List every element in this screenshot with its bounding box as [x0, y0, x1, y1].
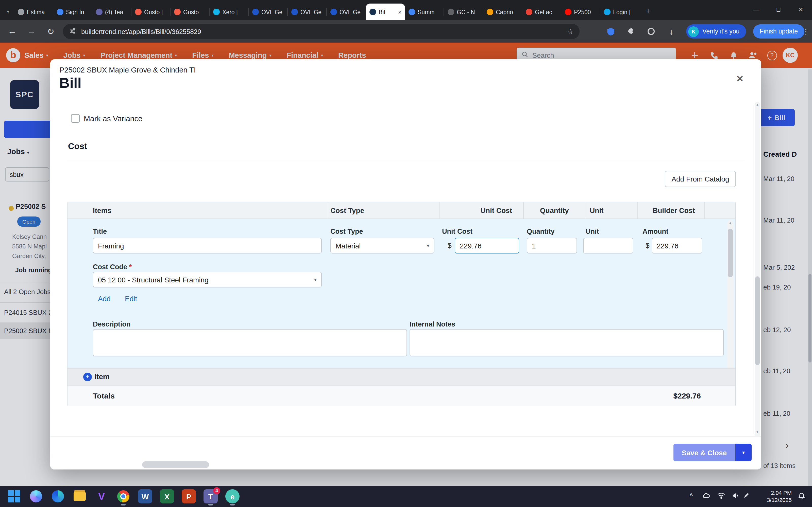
- browser-tab[interactable]: Get ac: [522, 4, 561, 20]
- verify-profile-button[interactable]: K Verify it's you: [686, 24, 746, 39]
- items-scrollbar-thumb[interactable]: [728, 229, 733, 277]
- browser-tab[interactable]: Estima: [14, 4, 53, 20]
- currency-symbol: $: [448, 241, 452, 249]
- add-cost-code-link[interactable]: Add: [98, 294, 111, 303]
- wifi-icon[interactable]: [716, 492, 727, 499]
- browser-tab[interactable]: OVI_Ge: [249, 4, 288, 20]
- browser-tab[interactable]: GC - N: [444, 4, 483, 20]
- browser-tab[interactable]: Gusto |: [132, 4, 170, 20]
- tab-favicon: [213, 9, 220, 15]
- screen: ▾ Estima Sign In (4) Tea Gusto | Gusto X…: [0, 0, 812, 507]
- window-close-button[interactable]: ×: [790, 0, 812, 19]
- start-button[interactable]: [7, 489, 21, 503]
- chrome-icon[interactable]: [116, 489, 131, 503]
- add-item-row[interactable]: + Item: [67, 368, 735, 385]
- edit-cost-code-link[interactable]: Edit: [125, 294, 137, 303]
- scroll-down-icon[interactable]: ▼: [755, 430, 760, 434]
- visual-studio-icon[interactable]: V: [94, 489, 109, 503]
- tab-close-icon[interactable]: ×: [398, 8, 401, 15]
- browser-tab-bar: ▾ Estima Sign In (4) Tea Gusto | Gusto X…: [0, 0, 812, 20]
- teams-icon[interactable]: T4: [204, 489, 218, 503]
- refresh-button[interactable]: ↻: [43, 20, 59, 43]
- tab-title: Summ: [418, 9, 441, 15]
- title-label: Title: [93, 228, 107, 235]
- copilot-icon[interactable]: [29, 489, 43, 503]
- tab-title: Xero |: [222, 9, 245, 15]
- address-bar[interactable]: buildertrend.net/app/Bills/Bill/0/362558…: [63, 24, 579, 39]
- modal-scrollbar-track[interactable]: [755, 102, 760, 437]
- url-text: buildertrend.net/app/Bills/Bill/0/362558…: [81, 27, 562, 35]
- unit-cost-input[interactable]: [455, 238, 519, 253]
- tray-clock[interactable]: 2:04 PM3/12/2025: [753, 489, 792, 503]
- add-item-plus-icon[interactable]: +: [83, 373, 92, 381]
- section-divider: [67, 162, 745, 162]
- edge-dev-icon[interactable]: e: [225, 489, 240, 503]
- pen-icon[interactable]: [742, 492, 751, 498]
- tab-favicon: [565, 9, 571, 15]
- browser-menu-icon[interactable]: ⋮: [801, 20, 811, 43]
- tray-date: 3/12/2025: [753, 496, 792, 503]
- save-and-close-button[interactable]: Save & Close: [674, 444, 735, 461]
- word-icon[interactable]: W: [138, 489, 152, 503]
- description-textarea[interactable]: [93, 329, 407, 356]
- adblock-shield-icon[interactable]: [603, 20, 618, 43]
- col-quantity: Quantity: [540, 206, 569, 215]
- col-unit: Unit: [590, 206, 603, 215]
- browser-tab[interactable]: Summ: [405, 4, 444, 20]
- site-info-icon[interactable]: [69, 27, 76, 36]
- forward-button[interactable]: →: [23, 20, 40, 43]
- browser-tab[interactable]: (4) Tea: [92, 4, 132, 20]
- browser-tab[interactable]: Sign In: [53, 4, 92, 20]
- browser-tab[interactable]: OVI_Ge: [288, 4, 327, 20]
- browser-tab[interactable]: Caprio: [483, 4, 522, 20]
- onedrive-cloud-icon[interactable]: [700, 492, 712, 498]
- tab-favicon: [604, 9, 611, 15]
- scroll-up-icon[interactable]: ▲: [727, 221, 733, 225]
- unit-input[interactable]: [583, 238, 633, 253]
- notifications-bell-icon[interactable]: [796, 492, 807, 500]
- save-options-caret-button[interactable]: ▾: [735, 444, 752, 461]
- internal-notes-textarea[interactable]: [410, 329, 724, 356]
- window-minimize-button[interactable]: —: [745, 0, 767, 19]
- tab-favicon: [448, 9, 454, 15]
- browser-tab[interactable]: P2500: [561, 4, 600, 20]
- modal-close-icon[interactable]: ×: [737, 71, 744, 86]
- new-tab-button[interactable]: +: [642, 5, 655, 18]
- extension-icon[interactable]: [644, 20, 659, 43]
- tab-favicon: [369, 9, 376, 15]
- back-button[interactable]: ←: [4, 20, 20, 43]
- browser-tab[interactable]: Xero |: [210, 4, 249, 20]
- extensions-puzzle-icon[interactable]: [623, 20, 639, 43]
- browser-tab[interactable]: Gusto: [170, 4, 210, 20]
- add-from-catalog-button[interactable]: Add From Catalog: [665, 171, 736, 187]
- title-input[interactable]: [93, 238, 322, 253]
- modal-horizontal-scrollbar-thumb[interactable]: [142, 461, 209, 468]
- tray-chevron-up-icon[interactable]: ^: [686, 492, 696, 498]
- tab-title: (4) Tea: [105, 9, 128, 15]
- tab-title: OVI_Ge: [300, 9, 323, 15]
- window-maximize-button[interactable]: □: [767, 0, 790, 19]
- cost-type-select[interactable]: Material▾: [331, 238, 435, 253]
- quantity-input[interactable]: [527, 238, 577, 253]
- finish-update-button[interactable]: Finish update: [753, 24, 804, 39]
- tab-favicon: [96, 9, 103, 15]
- column-divider: [440, 202, 440, 219]
- browser-tab-active[interactable]: Bil×: [366, 4, 405, 20]
- volume-icon[interactable]: [730, 492, 741, 499]
- excel-icon[interactable]: X: [160, 489, 174, 503]
- edge-icon[interactable]: [51, 489, 65, 503]
- amount-input[interactable]: [652, 238, 702, 253]
- totals-row: Totals $229.76: [67, 385, 735, 406]
- tab-search-icon[interactable]: ▾: [3, 5, 13, 18]
- downloads-icon[interactable]: ↓: [664, 20, 679, 43]
- mark-as-variance-checkbox[interactable]: [71, 114, 80, 123]
- browser-tab[interactable]: OVI_Ge: [327, 4, 366, 20]
- file-explorer-icon[interactable]: [72, 489, 87, 503]
- bookmark-star-icon[interactable]: ☆: [567, 27, 573, 36]
- modal-job-title: P25002 SBUX Maple Grove & Chinden TI: [59, 66, 196, 74]
- modal-scrollbar-thumb[interactable]: [755, 276, 760, 365]
- scroll-up-icon[interactable]: ▲: [755, 103, 760, 107]
- powerpoint-icon[interactable]: P: [182, 489, 196, 503]
- browser-tab[interactable]: Login |: [600, 4, 640, 20]
- cost-code-select[interactable]: 05 12 00 - Structural Steel Framing▾: [93, 272, 322, 287]
